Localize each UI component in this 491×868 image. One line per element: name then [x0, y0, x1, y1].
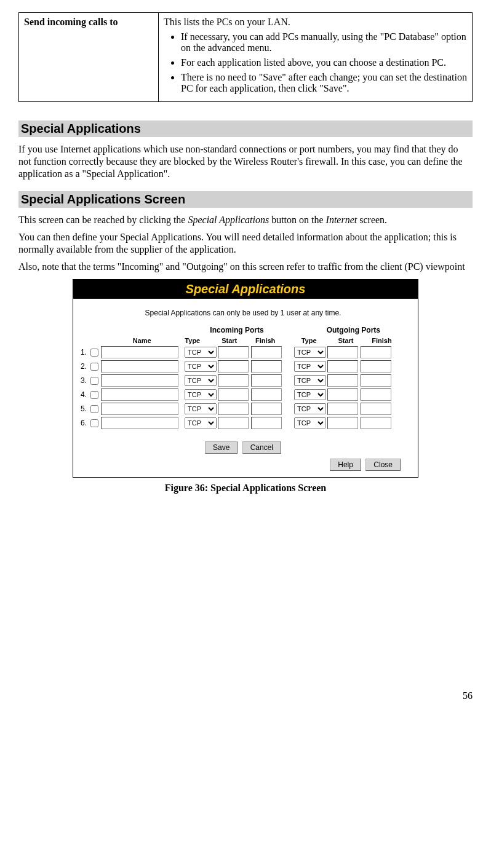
outgoing-finish-input[interactable]: [361, 403, 391, 415]
outgoing-start-input[interactable]: [327, 374, 358, 387]
incoming-finish-input[interactable]: [251, 403, 282, 415]
screen-paragraph-1: This screen can be reached by clicking t…: [18, 214, 473, 226]
save-button[interactable]: Save: [205, 441, 238, 454]
table-intro: This lists the PCs on your LAN.: [164, 17, 467, 28]
row-number: 6.: [81, 419, 90, 427]
outgoing-finish-input[interactable]: [361, 389, 391, 401]
finish-column-label: Finish: [372, 337, 405, 344]
figure-note: Special Applications can only be used by…: [81, 309, 405, 317]
row-number: 1.: [81, 348, 90, 357]
incoming-start-input[interactable]: [218, 403, 249, 415]
outgoing-start-input[interactable]: [327, 403, 358, 415]
incoming-start-input[interactable]: [218, 360, 249, 373]
incoming-finish-input[interactable]: [251, 417, 282, 429]
help-button[interactable]: Help: [330, 459, 361, 471]
emphasis: Special Applications: [188, 215, 269, 225]
special-apps-figure: Special Applications Special Application…: [73, 279, 418, 478]
text-fragment: screen.: [357, 215, 387, 225]
column-labels: Name Type Start Finish Type Start Finish: [81, 337, 405, 344]
name-input[interactable]: [101, 403, 178, 415]
incoming-finish-input[interactable]: [251, 374, 282, 387]
outgoing-finish-input[interactable]: [361, 360, 391, 373]
outgoing-type-select[interactable]: TCP: [294, 417, 326, 428]
close-button[interactable]: Close: [365, 459, 401, 471]
incoming-type-select[interactable]: TCP: [185, 403, 217, 414]
figure-banner: Special Applications: [73, 280, 418, 299]
incoming-type-select[interactable]: TCP: [185, 389, 217, 400]
incoming-type-select[interactable]: TCP: [185, 417, 217, 428]
incoming-type-select[interactable]: TCP: [185, 375, 217, 386]
button-row-secondary: Help Close: [81, 459, 405, 471]
incoming-finish-input[interactable]: [251, 346, 282, 358]
name-input[interactable]: [101, 346, 178, 358]
incoming-type-select[interactable]: TCP: [185, 361, 217, 372]
row-enable-checkbox[interactable]: [90, 377, 98, 385]
app-row: 6.TCPTCP: [81, 417, 405, 429]
outgoing-type-select[interactable]: TCP: [294, 389, 326, 400]
outgoing-type-select[interactable]: TCP: [294, 403, 326, 414]
info-table: Send incoming calls to This lists the PC…: [18, 12, 473, 102]
bullet-item: There is no need to "Save" after each ch…: [181, 72, 467, 94]
incoming-start-input[interactable]: [218, 389, 249, 401]
row-number: 3.: [81, 376, 90, 385]
type-column-label: Type: [185, 337, 222, 344]
incoming-start-input[interactable]: [218, 417, 249, 429]
row-number: 2.: [81, 362, 90, 371]
app-row: 3.TCPTCP: [81, 374, 405, 387]
special-applications-screen-heading: Special Applications Screen: [18, 191, 473, 208]
button-row-primary: Save Cancel: [81, 441, 405, 454]
row-enable-checkbox[interactable]: [90, 405, 98, 413]
name-input[interactable]: [101, 389, 178, 401]
bullet-item: If necessary, you can add PCs manually, …: [181, 31, 467, 53]
start-column-label: Start: [338, 337, 372, 344]
outgoing-start-input[interactable]: [327, 346, 358, 358]
table-right-cell: This lists the PCs on your LAN. If neces…: [159, 13, 473, 102]
name-input[interactable]: [101, 374, 178, 387]
outgoing-ports-label: Outgoing Ports: [301, 326, 405, 334]
text-fragment: This screen can be reached by clicking t…: [18, 215, 188, 225]
row-enable-checkbox[interactable]: [90, 391, 98, 399]
incoming-ports-label: Incoming Ports: [185, 326, 289, 334]
emphasis: Internet: [326, 215, 357, 225]
ports-group-header: Incoming Ports Outgoing Ports: [81, 326, 405, 334]
page-number: 56: [18, 690, 473, 701]
app-row: 5.TCPTCP: [81, 403, 405, 415]
row-enable-checkbox[interactable]: [90, 419, 98, 427]
name-column-label: Name: [99, 337, 185, 344]
incoming-start-input[interactable]: [218, 374, 249, 387]
outgoing-type-select[interactable]: TCP: [294, 347, 326, 358]
outgoing-finish-input[interactable]: [361, 417, 391, 429]
special-applications-heading: Special Applications: [18, 120, 473, 137]
app-row: 2.TCPTCP: [81, 360, 405, 373]
name-input[interactable]: [101, 360, 178, 373]
special-applications-paragraph: If you use Internet applications which u…: [18, 143, 473, 180]
row-enable-checkbox[interactable]: [90, 363, 98, 371]
row-number: 5.: [81, 404, 90, 413]
table-left-heading: Send incoming calls to: [19, 13, 159, 102]
table-bullets: If necessary, you can add PCs manually, …: [164, 31, 467, 94]
incoming-start-input[interactable]: [218, 346, 249, 358]
screen-paragraph-2: You can then define your Special Applica…: [18, 231, 473, 256]
outgoing-finish-input[interactable]: [361, 346, 391, 358]
type-column-label: Type: [301, 337, 338, 344]
app-row: 1.TCPTCP: [81, 346, 405, 358]
outgoing-finish-input[interactable]: [361, 374, 391, 387]
outgoing-type-select[interactable]: TCP: [294, 361, 326, 372]
incoming-type-select[interactable]: TCP: [185, 347, 217, 358]
app-row: 4.TCPTCP: [81, 389, 405, 401]
row-enable-checkbox[interactable]: [90, 349, 98, 357]
outgoing-start-input[interactable]: [327, 417, 358, 429]
outgoing-start-input[interactable]: [327, 360, 358, 373]
name-input[interactable]: [101, 417, 178, 429]
outgoing-type-select[interactable]: TCP: [294, 375, 326, 386]
start-column-label: Start: [222, 337, 255, 344]
incoming-finish-input[interactable]: [251, 389, 282, 401]
finish-column-label: Finish: [255, 337, 289, 344]
incoming-finish-input[interactable]: [251, 360, 282, 373]
figure-caption: Figure 36: Special Applications Screen: [18, 483, 473, 494]
outgoing-start-input[interactable]: [327, 389, 358, 401]
bullet-item: For each application listed above, you c…: [181, 57, 467, 68]
screen-paragraph-3: Also, note that the terms "Incoming" and…: [18, 261, 473, 273]
text-fragment: button on the: [269, 215, 325, 225]
cancel-button[interactable]: Cancel: [242, 441, 281, 454]
